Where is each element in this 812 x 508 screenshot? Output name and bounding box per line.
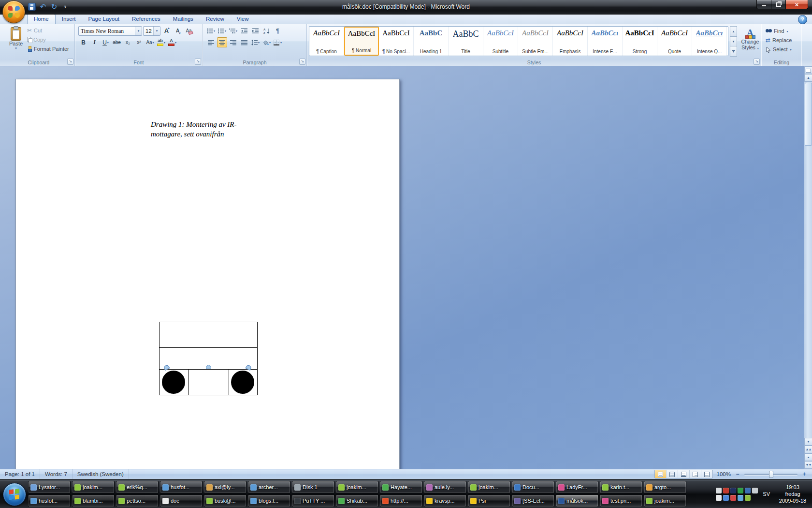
taskbar-button[interactable]: [SS-Ecl... <box>512 494 554 507</box>
taskbar-button[interactable]: joakim... <box>468 481 510 493</box>
justify-button[interactable] <box>239 37 249 47</box>
previous-page-button[interactable]: ▲▲ <box>804 446 812 453</box>
style-intense-q[interactable]: AaBbCcıIntense Q... <box>692 27 727 56</box>
change-styles-button[interactable]: A Change Styles ▾ <box>739 26 761 59</box>
style-quote[interactable]: AaBbCcIQuote <box>657 27 692 56</box>
taskbar-button[interactable]: blogs.l... <box>248 494 290 507</box>
tab-page-layout[interactable]: Page Layout <box>82 14 126 24</box>
tab-references[interactable]: References <box>126 14 167 24</box>
ir-receiver-drawing[interactable] <box>159 322 258 396</box>
tray-icon[interactable] <box>730 488 736 493</box>
taskbar-button[interactable]: PuTTY ... <box>292 494 334 507</box>
font-family-combobox[interactable]: Times New Roman ▾ <box>78 26 142 36</box>
decrease-indent-button[interactable] <box>239 26 249 36</box>
show-hide-marks-button[interactable]: ¶ <box>273 26 283 36</box>
superscript-button[interactable]: x² <box>134 37 144 47</box>
font-color-button[interactable]: A ▾ <box>167 37 177 47</box>
tray-icon[interactable] <box>716 495 722 501</box>
text-highlight-button[interactable]: ab ▾ <box>156 37 166 47</box>
taskbar-button[interactable]: argto... <box>644 481 686 493</box>
tray-icon[interactable] <box>738 495 743 501</box>
tray-icon[interactable] <box>716 488 722 493</box>
style-strong[interactable]: AaBbCcIStrong <box>623 27 657 56</box>
tray-icon[interactable] <box>723 488 729 493</box>
style-heading1[interactable]: AaBbCHeading 1 <box>414 27 449 56</box>
taskbar-button[interactable]: test.pn... <box>600 494 642 507</box>
taskbar-button[interactable]: Docu... <box>512 481 554 493</box>
bold-button[interactable]: B <box>78 37 88 47</box>
multilevel-list-button[interactable]: ▾ <box>228 26 238 36</box>
tray-icon[interactable] <box>730 495 736 501</box>
zoom-slider[interactable] <box>744 474 798 475</box>
taskbar-button[interactable]: Disk 1 <box>292 481 334 493</box>
vertical-scrollbar[interactable]: ▲ ▼ ▲▲ ● ▼▼ <box>804 66 812 469</box>
taskbar-button[interactable]: archer... <box>248 481 290 493</box>
zoom-level[interactable]: 100% <box>717 471 731 477</box>
taskbar-button[interactable]: karin.t... <box>600 481 642 493</box>
tab-review[interactable]: Review <box>200 14 231 24</box>
office-button[interactable] <box>2 0 25 23</box>
scroll-down-button[interactable]: ▼ <box>804 438 812 446</box>
align-center-button[interactable] <box>217 37 227 47</box>
taskbar-clock[interactable]: 19:03 fredag 2009-09-18 <box>774 484 811 504</box>
grow-font-button[interactable]: A▲ <box>161 26 172 36</box>
restore-button[interactable] <box>771 0 785 9</box>
minimize-button[interactable] <box>756 0 771 9</box>
tab-home[interactable]: Home <box>27 14 56 24</box>
taskbar-button[interactable]: husfot... <box>28 494 71 507</box>
document-page[interactable]: Drawing 1: Montering av IR- mottagare, s… <box>15 79 400 469</box>
change-case-button[interactable]: Aa▾ <box>145 37 155 47</box>
web-layout-view-button[interactable] <box>678 470 690 478</box>
taskbar-button[interactable]: erik%q... <box>116 481 159 493</box>
styles-dialog-launcher[interactable]: ↘ <box>754 59 760 65</box>
paste-button[interactable]: Paste ▾ <box>5 26 27 59</box>
font-dialog-launcher[interactable]: ↘ <box>195 59 201 65</box>
taskbar-button[interactable]: aule.ly... <box>424 481 466 493</box>
scrollbar-thumb[interactable] <box>805 83 812 146</box>
italic-button[interactable]: I <box>89 37 100 47</box>
tray-icon[interactable] <box>745 495 751 501</box>
taskbar-button[interactable]: http://... <box>380 494 422 507</box>
style-emphasis[interactable]: AaBbCcIEmphasis <box>553 27 588 56</box>
tab-insert[interactable]: Insert <box>56 14 82 24</box>
increase-indent-button[interactable] <box>250 26 261 36</box>
customize-qat-button[interactable]: ▾ <box>60 2 70 12</box>
taskbar-button[interactable]: Hayate... <box>380 481 422 493</box>
copy-button[interactable]: Copy <box>27 35 46 44</box>
taskbar-button[interactable]: busk@... <box>204 494 246 507</box>
taskbar-button[interactable]: doc <box>160 494 203 507</box>
sort-button[interactable]: AZ <box>261 26 272 36</box>
start-button[interactable] <box>3 483 26 506</box>
shading-button[interactable]: ▾ <box>261 37 272 47</box>
keyboard-language-indicator[interactable]: SV <box>761 490 772 498</box>
tray-icon[interactable] <box>723 495 729 501</box>
style-nospacing[interactable]: AaBbCcI¶ No Spaci... <box>379 27 414 56</box>
taskbar-button[interactable]: joakim... <box>336 481 378 493</box>
font-size-combobox[interactable]: 12 ▾ <box>143 26 160 36</box>
browse-object-button[interactable]: ● <box>804 453 812 461</box>
help-button[interactable]: ? <box>798 15 807 24</box>
page-indicator[interactable]: Page: 1 of 1 <box>0 469 40 479</box>
next-page-button[interactable]: ▼▼ <box>804 461 812 469</box>
style-normal[interactable]: AaBbCcI¶ Normal <box>344 27 379 56</box>
ruler-toggle-button[interactable] <box>804 66 812 74</box>
taskbar-button[interactable]: Lysator... <box>28 481 71 493</box>
taskbar-button[interactable]: joakim... <box>72 481 115 493</box>
borders-button[interactable]: ▾ <box>273 37 283 47</box>
tab-view[interactable]: View <box>231 14 255 24</box>
print-layout-view-button[interactable] <box>655 470 667 478</box>
taskbar-button[interactable]: joakim... <box>644 494 686 507</box>
scroll-up-button[interactable]: ▲ <box>804 74 812 82</box>
style-subtle[interactable]: AaBbCcISubtle Em... <box>518 27 553 56</box>
cut-button[interactable]: ✂ Cut <box>27 26 42 34</box>
undo-button[interactable]: ↶ <box>38 2 48 12</box>
paragraph-dialog-launcher[interactable]: ↘ <box>299 59 305 65</box>
format-painter-button[interactable]: Format Painter <box>27 45 69 53</box>
outline-view-button[interactable] <box>690 470 701 478</box>
tab-mailings[interactable]: Mailings <box>167 14 200 24</box>
language-indicator[interactable]: Swedish (Sweden) <box>72 469 129 479</box>
tray-icon[interactable] <box>738 488 743 493</box>
clear-formatting-button[interactable]: Aa <box>184 26 194 36</box>
underline-button[interactable]: U▾ <box>101 37 111 47</box>
full-screen-reading-view-button[interactable] <box>667 470 678 478</box>
